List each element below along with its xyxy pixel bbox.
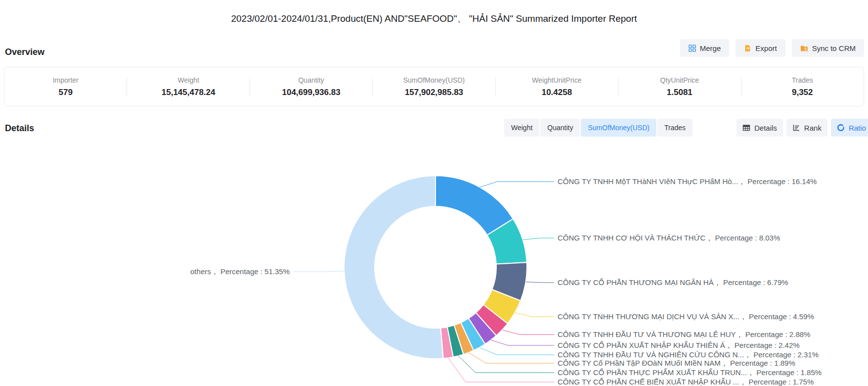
stat-importer: Importer579 [4,76,127,97]
pie-label-line [479,347,554,355]
stat-label: Importer [53,76,79,84]
pie-label-line [523,238,555,240]
pie-label-line [491,340,554,345]
sync-icon [800,45,808,52]
stat-label: Trades [792,76,813,84]
stat-value: 10.4258 [542,88,572,97]
pie-label-line [502,330,554,335]
stat-label: WeightUnitPrice [532,76,581,84]
merge-icon [689,45,696,52]
stat-value: 1.5081 [667,88,693,97]
overview-stats-card: Importer579Weight15,145,478.24Quantity10… [4,67,864,106]
stat-value: 9,352 [792,88,813,97]
stat-label: QtyUnitPrice [660,76,699,84]
stat-label: SumOfMoney(USD) [403,76,465,84]
stat-value: 104,699,936.83 [282,88,340,97]
stat-qtyunitprice: QtyUnitPrice1.5081 [618,76,740,97]
page-title: 2023/02/01-2024/01/31,Product(EN) AND"SE… [0,12,868,25]
stat-trades: Trades9,352 [741,76,864,97]
pie-label-line [480,182,554,187]
export-button[interactable]: Export [736,39,785,57]
pie-label-c-ng-ty-c-ph-n-th-ng-m-i-ng-n-h: CÔNG TY CỔ PHẦN THƯƠNG MẠI NGÂN HÀ， Perc… [558,278,788,287]
pie-label-line [526,282,554,283]
pie-label-c-ng-ty-tnhh-th-ng-m-i-d-ch-v-v-s-n-x: CÔNG TY TNHH THƯƠNG MẠI DỊCH VỤ VÀ SẢN X… [558,312,814,321]
merge-button[interactable]: Merge [680,39,730,57]
stat-label: Weight [177,76,199,84]
pie-slice-others[interactable] [344,176,443,359]
pie-label-c-ng-ty-tnhh-c-h-i-v-th-ch-th-c: CÔNG TY TNHH CƠ HỘI VÀ THÁCH THỨC， Perce… [558,234,780,242]
pie-label-c-ng-ty-c-ph-n-th-c-ph-m-xu-t-kh-u-trun: CÔNG TY CỔ PHẦN THỰC PHẨM XUẤT KHẨU TRUN… [558,368,822,377]
stat-value: 157,902,985.83 [405,88,463,97]
pie-label-others: others， Percentage : 51.35% [190,267,290,276]
overview-toolbar: MergeExportSync to CRM [680,39,864,57]
importer-ratio-pie-chart: CÔNG TY TNHH MộT THàNH VIêN THựC PHẩM Hò… [0,129,868,386]
pie-label-c-ng-ty-c-ph-n-xu-t-nh-p-kh-u-thi-n: CÔNG TY CỔ PHẦN XUẤT NHẬP KHẨU THIÊN Á， … [558,341,800,349]
sync-to-crm-button[interactable]: Sync to CRM [792,39,864,57]
pie-label-line [469,353,554,364]
stat-value: 579 [59,88,73,97]
pie-label-c-ng-ty-c-ph-n-t-p-o-n-mu-i-mi-n-nam: CÔNG TY Cổ PHầN TậP ĐOàN MUốI MIềN NAM， … [558,359,795,367]
stat-value: 15,145,478.24 [162,88,216,97]
button-label: Export [755,44,777,52]
stat-sumofmoney-usd: SumOfMoney(USD)157,902,985.83 [373,76,495,97]
pie-label-c-ng-ty-tnhh-m-t-th-nh-vi-n-th-c-ph-m-h: CÔNG TY TNHH MộT THàNH VIêN THựC PHẩM Hò… [558,177,817,186]
overview-heading: Overview [5,47,44,57]
stat-label: Quantity [298,76,324,84]
export-icon [744,45,751,52]
stat-weight: Weight15,145,478.24 [127,76,249,97]
pie-label-c-ng-ty-tnhh-u-t-v-th-ng-m-i-l-huy: CÔNG TY TNHH ĐẦU TƯ VÀ THƯƠNG MẠI LÊ HUY… [558,330,810,338]
pie-label-line [458,356,554,373]
stat-quantity: Quantity104,699,936.83 [250,76,372,97]
stat-weightunitprice: WeightUnitPrice10.4258 [496,76,618,97]
pie-label-line [515,313,554,317]
button-label: Merge [700,44,721,52]
button-label: Sync to CRM [812,44,856,52]
pie-label-c-ng-ty-tnhh-u-t-v-nghi-n-c-u-c-ng-n: CÔNG TY TNHH ĐẦU TƯ VÀ NGHIÊN CỨU CÔNG N… [558,350,819,359]
pie-label-line [294,271,344,272]
pie-label-c-ng-ty-c-ph-n-ch-bi-n-xu-t-nh-p-kh-u: CÔNG TY CỔ PHẦN CHẾ BIẾN XUẤT NHẬP KHẨU … [558,378,814,386]
